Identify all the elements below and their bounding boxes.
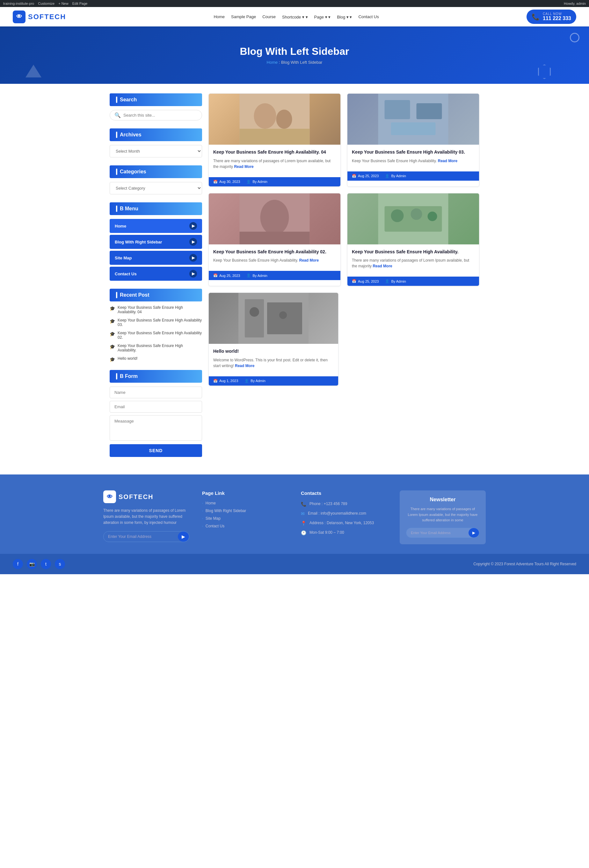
logo: 👁 SOFTECH	[13, 10, 66, 23]
breadcrumb-current: Blog With Left Sidebar	[281, 60, 322, 65]
post-title-2: Keep Your Business Safe Ensure High Avai…	[352, 149, 475, 155]
footer-logo-icon: 👁	[103, 490, 116, 503]
footer-bottom: f 📷 t s Copyright © 2023 Forest Adventur…	[0, 554, 589, 574]
call-now-label: CALL NOW	[543, 12, 571, 16]
form-name-input[interactable]	[110, 387, 202, 398]
nav-page[interactable]: Page ▾	[314, 14, 331, 19]
footer-email-button[interactable]: ▶	[178, 531, 189, 542]
recent-post-text-3[interactable]: Keep Your Business Safe Ensure High Avai…	[118, 331, 202, 340]
admin-howdy: Howdy, admin	[564, 1, 586, 6]
bmenu-widget-title: B Menu	[110, 202, 202, 215]
post-image-1	[209, 94, 340, 145]
nav-shortcode[interactable]: Shortcode ▾	[282, 14, 308, 19]
footer-page-blog[interactable]: Blog With Right Sidebar	[205, 509, 246, 513]
search-box: 🔍	[110, 110, 202, 120]
post-read-more-4[interactable]: Read More	[373, 264, 392, 268]
social-twitter[interactable]: t	[41, 559, 51, 569]
svg-point-20	[279, 311, 287, 319]
search-icon: 🔍	[114, 112, 121, 118]
footer-page-contact[interactable]: Contact Us	[205, 524, 224, 528]
nav-home[interactable]: Home	[214, 14, 225, 19]
hero-circle-decoration	[570, 33, 579, 42]
categories-select[interactable]: Select Category Business Technology Educ…	[110, 182, 202, 194]
recent-post-text-4[interactable]: Keep Your Business Safe Ensure High Avai…	[118, 344, 202, 353]
footer-col-brand: 👁 SOFTECH There are many variations of p…	[103, 490, 189, 544]
post-author-1: 👤 By Admin	[247, 180, 267, 184]
contact-address: 📍 Address : Delanson, New York, 12053	[301, 520, 387, 526]
admin-edit[interactable]: Edit Page	[72, 1, 88, 6]
menu-item-sitemap[interactable]: Site Map ▶	[110, 251, 202, 265]
svg-rect-7	[391, 123, 436, 135]
send-button[interactable]: SEND	[110, 444, 202, 457]
social-instagram[interactable]: 📷	[27, 559, 37, 569]
post-excerpt-2: Keep Your Business Safe Ensure High Avai…	[352, 158, 475, 164]
recent-post-icon-4: 🎓	[110, 344, 115, 349]
breadcrumb-separator: :	[279, 60, 281, 65]
post-excerpt-1: There are many variations of passages of…	[213, 158, 336, 170]
contact-hours: 🕐 Mon-Sat 9:00 – 7:00	[301, 530, 387, 535]
footer-link-4: ◦ Contact Us	[202, 524, 288, 528]
admin-customize[interactable]: Customize	[38, 1, 55, 6]
search-input[interactable]	[123, 113, 197, 118]
footer-link-1: ◦ Home	[202, 501, 288, 505]
recent-post-text-2[interactable]: Keep Your Business Safe Ensure High Avai…	[118, 318, 202, 327]
svg-rect-17	[245, 299, 264, 337]
footer-bullet-3: ◦	[202, 517, 203, 520]
post-read-more-5[interactable]: Read More	[235, 363, 254, 368]
contact-email-text: Email : info@youremailidhere.com	[308, 511, 366, 516]
menu-arrow-contact: ▶	[189, 270, 197, 278]
footer-email-input[interactable]	[103, 532, 178, 542]
newsletter-email-input[interactable]	[406, 528, 468, 537]
post-read-more-1[interactable]: Read More	[234, 164, 253, 169]
newsletter-submit-button[interactable]: ▶	[468, 528, 479, 537]
recent-post-icon-3: 🎓	[110, 331, 115, 337]
footer-bullet-4: ◦	[202, 525, 203, 528]
social-facebook[interactable]: f	[13, 559, 23, 569]
post-excerpt-5: Welcome to WordPress. This is your first…	[213, 357, 334, 369]
menu-item-home[interactable]: Home ▶	[110, 219, 202, 233]
form-email-input[interactable]	[110, 401, 202, 413]
post-author-2: 👤 By Admin	[385, 174, 406, 178]
recent-post-text-1[interactable]: Keep Your Business Safe Ensure High Avai…	[118, 305, 202, 314]
recent-post-3: 🎓 Keep Your Business Safe Ensure High Av…	[110, 331, 202, 340]
admin-new[interactable]: + New	[58, 1, 68, 6]
sidebar: Search 🔍 Archives Select Month August 20…	[110, 93, 202, 465]
footer-bullet-2: ◦	[202, 509, 203, 512]
post-excerpt-4: There are many variations of passages of…	[352, 257, 475, 269]
nav-contact[interactable]: Contact Us	[358, 14, 379, 19]
post-date-5: 📅 Aug 1, 2023	[213, 379, 238, 383]
nav-course[interactable]: Course	[262, 14, 276, 19]
nav-blog[interactable]: Blog ▾	[337, 14, 352, 19]
admin-site[interactable]: training-institute-pro	[3, 1, 34, 6]
post-author-5: 👤 By Admin	[245, 379, 265, 383]
search-widget: Search 🔍	[110, 93, 202, 120]
post-image-2	[347, 94, 479, 145]
social-other[interactable]: s	[55, 559, 65, 569]
recent-post-4: 🎓 Keep Your Business Safe Ensure High Av…	[110, 344, 202, 353]
posts-row-3: Hello world! Welcome to WordPress. This …	[208, 292, 479, 386]
footer-email-row: ▶	[103, 531, 189, 542]
archives-widget-title: Archives	[110, 128, 202, 141]
recent-post-text-5[interactable]: Hello world!	[118, 356, 138, 361]
copyright: Copyright © 2023 Forest Adventure Tours …	[473, 562, 576, 566]
svg-point-15	[428, 211, 437, 221]
post-body-2: Keep Your Business Safe Ensure High Avai…	[347, 145, 479, 171]
post-body-1: Keep Your Business Safe Ensure High Avai…	[209, 145, 340, 177]
newsletter-title: Newsletter	[406, 497, 479, 502]
archives-select[interactable]: Select Month August 2023 July 2023 June …	[110, 145, 202, 157]
footer-page-sitemap[interactable]: Site Map	[205, 516, 221, 521]
footer-links-title: Page Link	[202, 490, 288, 496]
footer-page-home[interactable]: Home	[205, 501, 216, 505]
breadcrumb-home[interactable]: Home	[267, 60, 278, 65]
form-message-input[interactable]	[110, 415, 202, 441]
post-excerpt-3: Keep Your Business Safe Ensure High Avai…	[213, 257, 336, 263]
posts-grid: Keep Your Business Safe Ensure High Avai…	[208, 93, 479, 465]
menu-item-blog-right[interactable]: Blog With Right Sidebar ▶	[110, 235, 202, 249]
contact-phone: 📞 Phone : +123 456 789	[301, 501, 387, 507]
post-read-more-2[interactable]: Read More	[438, 159, 458, 163]
menu-item-contact[interactable]: Contact Us ▶	[110, 267, 202, 281]
recent-post-icon-1: 🎓	[110, 306, 115, 311]
post-read-more-3[interactable]: Read More	[299, 258, 319, 263]
nav-sample[interactable]: Sample Page	[231, 14, 256, 19]
footer-inner: 👁 SOFTECH There are many variations of p…	[103, 490, 486, 544]
